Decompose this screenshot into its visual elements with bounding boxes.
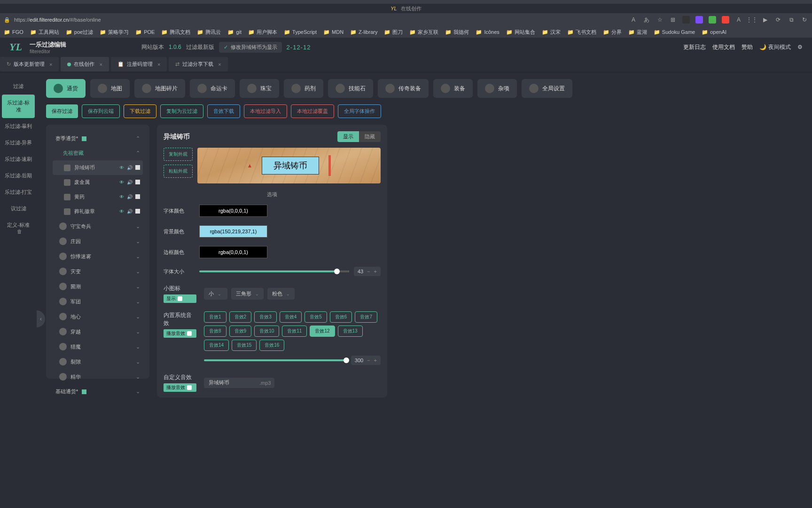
sound-icon[interactable]: 🔊 <box>127 165 133 170</box>
close-icon[interactable]: × <box>157 62 160 67</box>
ext-icon-4[interactable] <box>722 16 729 24</box>
eye-icon[interactable]: 👁 <box>119 209 124 214</box>
sound-button[interactable]: 音效13 <box>338 325 363 337</box>
bookmark-item[interactable]: 📁用户脚本 <box>248 29 277 36</box>
custom-sfx-toggle[interactable]: 播放音效 <box>164 383 196 392</box>
bookmark-item[interactable]: 📁poe过滤 <box>66 29 93 36</box>
tree-category[interactable]: 裂隙⌄ <box>53 354 143 369</box>
rail-item[interactable]: 乐过滤-暴利 <box>0 118 37 135</box>
sound-button[interactable]: 音效11 <box>282 325 307 337</box>
bookmark-item[interactable]: 📁腾讯文档 <box>161 29 190 36</box>
bookmark-item[interactable]: 📁POE <box>135 29 155 35</box>
font-size-stepper[interactable]: 43−+ <box>354 267 381 276</box>
custom-sfx-input[interactable] <box>204 378 256 388</box>
bookmark-item[interactable]: 📁我德何 <box>445 29 469 36</box>
sound-button[interactable]: 音效2 <box>229 311 252 323</box>
bookmark-item[interactable]: 📁Z-library <box>350 29 377 35</box>
category-pill[interactable]: 传奇装备 <box>378 79 429 98</box>
tree-category[interactable]: 精华⌄ <box>53 369 143 384</box>
rail-item[interactable]: 乐过滤-异界 <box>0 135 37 151</box>
docs-link[interactable]: 使用文档 <box>712 43 735 51</box>
border-color-input[interactable]: rgba(0,0,0,1) <box>199 246 267 258</box>
global-font-button[interactable]: 全局字体操作 <box>338 104 381 118</box>
text-size-icon[interactable]: A <box>630 16 637 24</box>
rail-item[interactable]: 议过滤 <box>0 200 37 217</box>
eye-icon[interactable]: 👁 <box>119 165 124 170</box>
bookmark-item[interactable]: 📁openAI <box>702 29 726 35</box>
ext-icon-2[interactable] <box>695 16 703 24</box>
bookmark-item[interactable]: 📁FGO <box>4 29 23 35</box>
category-pill[interactable]: 地图碎片 <box>134 79 185 98</box>
copy-cloud-button[interactable]: 复制为云过滤 <box>160 104 203 118</box>
category-pill[interactable]: 地图 <box>90 79 130 98</box>
sound-button[interactable]: 音效10 <box>254 325 279 337</box>
ext-icon-5[interactable]: A <box>735 16 742 24</box>
icon-color-select[interactable]: 粉色⌄ <box>267 288 295 300</box>
category-pill[interactable]: 杂项 <box>477 79 517 98</box>
bookmark-item[interactable]: 📁蓝湖 <box>628 29 647 36</box>
audio-download-button[interactable]: 音效下载 <box>207 104 240 118</box>
tree-item[interactable]: 葬礼徽章👁🔊 <box>53 204 143 219</box>
category-pill[interactable]: 命运卡 <box>190 79 235 98</box>
local-overwrite-button[interactable]: 本地过滤覆盖 <box>291 104 334 118</box>
tab[interactable]: ⇄过滤分享下载× <box>169 57 227 71</box>
sound-icon[interactable]: 🔊 <box>127 180 133 185</box>
rail-item[interactable]: 乐过滤-标准 <box>2 95 35 118</box>
bookmark-item[interactable]: 📁MDN <box>323 29 344 35</box>
sound-button[interactable]: 音效15 <box>232 340 257 351</box>
translate-icon[interactable]: あ <box>643 16 650 24</box>
bookmark-item[interactable]: 📁分界 <box>603 29 622 36</box>
eye-icon[interactable]: 👁 <box>119 180 124 185</box>
sound-button[interactable]: 音效1 <box>204 311 226 323</box>
icon-size-select[interactable]: 小⌄ <box>204 288 227 300</box>
bookmark-item[interactable]: 📁腾讯云 <box>197 29 221 36</box>
sound-button[interactable]: 音效12 <box>310 325 335 337</box>
donate-link[interactable]: 赞助 <box>742 43 753 51</box>
bookmark-item[interactable]: 📁TypeScript <box>284 29 317 35</box>
sound-icon[interactable]: 🔊 <box>127 209 133 214</box>
sound-button[interactable]: 音效4 <box>280 311 302 323</box>
tree-item[interactable]: 黄药👁🔊 <box>53 190 143 204</box>
save-cloud-button[interactable]: 保存到云端 <box>82 104 120 118</box>
bookmark-item[interactable]: 📁Icônes <box>476 29 499 35</box>
box-icon[interactable] <box>135 209 140 214</box>
tree-category[interactable]: 地心⌄ <box>53 309 143 324</box>
volume-stepper[interactable]: 300−+ <box>351 356 381 365</box>
bookmark-item[interactable]: 📁Sudoku Game <box>654 29 695 35</box>
sound-icon[interactable]: 🔊 <box>127 194 133 199</box>
eye-icon[interactable]: 👁 <box>119 194 124 199</box>
bookmark-item[interactable]: 📁家乡互联 <box>409 29 438 36</box>
close-icon[interactable]: × <box>218 62 221 67</box>
visibility-toggle[interactable]: 显示 隐藏 <box>337 131 381 142</box>
close-icon[interactable]: × <box>99 62 102 67</box>
url[interactable]: https://edit.filtereditor.cn/#/base/onli… <box>14 17 626 23</box>
tree-category[interactable]: 守宝奇兵⌄ <box>53 219 143 234</box>
copy-appearance-button[interactable]: 复制外观 <box>164 148 193 161</box>
refresh-icon[interactable]: ⟳ <box>774 16 782 24</box>
category-pill[interactable]: 技能石 <box>328 79 373 98</box>
box-icon[interactable] <box>135 180 140 184</box>
tree-category[interactable]: 灾变⌄ <box>53 264 143 279</box>
tree-category[interactable]: 庄园⌄ <box>53 234 143 249</box>
category-pill[interactable]: 药剂 <box>284 79 323 98</box>
tree-category[interactable]: 猎魔⌄ <box>53 339 143 354</box>
tree-item[interactable]: 异域铸币👁🔊 <box>53 160 143 175</box>
bookmark-item[interactable]: 📁策略学习 <box>100 29 129 36</box>
ext-icon-7[interactable]: ▶ <box>761 16 769 24</box>
copy-icon[interactable]: ⧉ <box>788 16 795 24</box>
sound-button[interactable]: 音效8 <box>204 325 226 337</box>
category-pill[interactable]: 装备 <box>433 79 473 98</box>
volume-slider[interactable] <box>204 359 346 361</box>
tree-group[interactable]: 基础通货*⌄ <box>53 384 143 399</box>
bookmark-item[interactable]: 📁网站集合 <box>506 29 535 36</box>
history-icon[interactable]: ↻ <box>801 16 808 24</box>
sound-button[interactable]: 音效16 <box>259 340 284 351</box>
sound-button[interactable]: 音效9 <box>229 325 252 337</box>
tree-group[interactable]: 赛季通货*⌃ <box>53 131 143 146</box>
rail-item[interactable]: 乐过滤-打宝 <box>0 184 37 200</box>
tab[interactable]: ↻版本更新管理× <box>0 57 59 71</box>
bookmark-item[interactable]: 📁汉宋 <box>542 29 561 36</box>
local-import-button[interactable]: 本地过滤导入 <box>244 104 287 118</box>
tree-category[interactable]: 惊悸迷雾⌄ <box>53 249 143 264</box>
bookmark-item[interactable]: 📁工具网站 <box>30 29 59 36</box>
